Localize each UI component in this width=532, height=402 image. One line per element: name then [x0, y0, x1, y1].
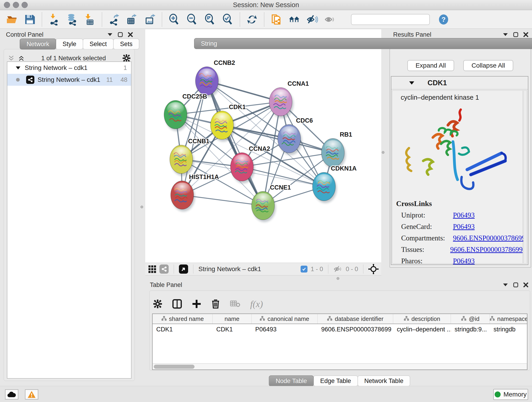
network-node-CCNB2[interactable]: CCNB2 [196, 59, 235, 97]
close-panel-icon[interactable] [523, 282, 528, 287]
tab-select[interactable]: Select [83, 38, 114, 50]
crosslink-link[interactable]: 9606.ENSP00000378699 [453, 234, 525, 242]
apply-layout-icon[interactable] [246, 13, 258, 26]
hidden-items-icon [333, 265, 342, 273]
gear-icon[interactable] [122, 54, 131, 62]
network-node-RB1[interactable]: RB1 [322, 131, 352, 169]
network-node-CDKN1A[interactable]: CDKN1A [312, 165, 357, 203]
clone-network-icon[interactable] [270, 13, 282, 26]
network-node-CDC6[interactable]: CDC6 [278, 117, 313, 155]
crosslink-row: GeneCard:P06493 [401, 223, 523, 231]
cell: CDK1 [213, 324, 252, 335]
close-panel-icon[interactable] [128, 32, 133, 37]
network-tree-row[interactable]: String Network – cdk11 [7, 62, 131, 74]
show-all-icon[interactable] [324, 13, 336, 26]
float-panel-icon[interactable] [513, 282, 518, 287]
table-options-gear-icon[interactable] [153, 299, 162, 308]
crosslinks-title: CrossLinks [396, 199, 523, 208]
expander-icon[interactable] [16, 66, 21, 70]
string-network-badge-icon[interactable] [159, 264, 169, 274]
network-edge-CDK1-RB1[interactable] [222, 125, 333, 153]
column-header--id[interactable]: @id [451, 314, 490, 324]
right-splitter-handle[interactable] [382, 151, 385, 154]
delete-column-icon[interactable] [211, 299, 220, 309]
tab-node-table[interactable]: Node Table [269, 375, 314, 386]
open-session-icon[interactable] [6, 13, 18, 26]
search-input[interactable] [354, 16, 431, 23]
column-header-description[interactable]: description [393, 314, 451, 324]
table-row[interactable]: CDK1CDK1P064939606.ENSP00000378699cyclin… [152, 324, 527, 335]
column-label: database identifier [335, 315, 383, 322]
column-header-namespace[interactable]: namespace [490, 314, 527, 324]
crosslink-link[interactable]: 9606.ENSP00000378699 [450, 245, 523, 254]
cloud-status-button[interactable] [5, 389, 18, 400]
cell: 9606.ENSP00000378699 [317, 324, 393, 335]
minimize-window-button[interactable] [13, 2, 19, 8]
column-header-shared-name[interactable]: shared name [152, 314, 213, 324]
results-entry-header[interactable]: CDK1 [391, 77, 528, 89]
export-image-icon[interactable] [144, 13, 156, 26]
panel-menu-icon[interactable] [503, 33, 508, 36]
tab-edge-table[interactable]: Edge Table [313, 375, 358, 386]
memory-button[interactable]: Memory [493, 389, 528, 400]
network-tree: String Network – cdk11String Network – c… [7, 61, 132, 379]
bottom-splitter-handle[interactable] [336, 277, 339, 280]
help-icon[interactable]: ? [438, 13, 450, 26]
table-hscrollbar-thumb[interactable] [154, 365, 195, 369]
expand-all-button[interactable]: Expand All [407, 60, 454, 71]
warning-status-button[interactable] [25, 389, 38, 400]
show-columns-icon[interactable] [172, 299, 182, 309]
zoom-window-button[interactable] [22, 2, 28, 8]
network-node-CCNA2[interactable]: CCNA2 [230, 145, 270, 183]
crosslink-link[interactable]: P06493 [453, 257, 475, 265]
crosslink-link[interactable]: P06493 [453, 223, 475, 231]
expand-all-icon[interactable] [18, 55, 25, 61]
zoom-in-icon[interactable] [168, 13, 180, 26]
collapse-all-button[interactable]: Collapse All [463, 60, 513, 71]
tab-sets[interactable]: Sets [113, 38, 139, 50]
left-splitter-handle[interactable] [140, 206, 143, 208]
first-neighbors-icon[interactable] [288, 13, 300, 26]
hide-selected-icon[interactable] [306, 13, 318, 26]
grid-view-icon[interactable] [148, 265, 156, 273]
network-node-CDC25B[interactable]: CDC25B [164, 93, 207, 131]
column-header-database-identifier[interactable]: database identifier [317, 314, 393, 324]
navigator-icon[interactable] [368, 264, 379, 274]
zoom-selected-icon[interactable] [222, 13, 234, 26]
toolbar-search [351, 14, 430, 25]
column-header-name[interactable]: name [213, 314, 252, 324]
close-window-button[interactable] [4, 2, 10, 8]
crosslink-link[interactable]: P06493 [453, 211, 475, 219]
tab-string-results[interactable]: String [194, 38, 532, 49]
collapse-entry-icon[interactable] [409, 81, 415, 85]
column-header-canonical-name[interactable]: canonical name [252, 314, 317, 324]
collapse-all-icon[interactable] [8, 55, 15, 61]
network-tree-row[interactable]: String Network – cdk11148 [7, 74, 131, 86]
network-node-CCNA1[interactable]: CCNA1 [269, 80, 309, 118]
zoom-fit-icon[interactable] [204, 13, 216, 26]
detach-view-icon[interactable] [179, 264, 188, 274]
float-panel-icon[interactable] [118, 32, 123, 37]
tab-style[interactable]: Style [56, 38, 83, 50]
tab-network-table[interactable]: Network Table [357, 375, 410, 386]
create-column-icon[interactable] [192, 299, 201, 308]
selected-nodes-checkbox[interactable] [301, 266, 307, 273]
network-node-CCNE1[interactable]: CCNE1 [252, 184, 291, 222]
network-node-HIST1H1A[interactable]: HIST1H1A [171, 173, 219, 211]
tab-network[interactable]: Network [20, 38, 56, 50]
close-panel-icon[interactable] [523, 32, 528, 37]
results-scrollbar[interactable] [523, 90, 527, 264]
panel-menu-icon[interactable] [503, 283, 508, 287]
export-network-icon[interactable] [108, 13, 120, 26]
zoom-out-icon[interactable] [186, 13, 198, 26]
export-table-icon[interactable] [126, 13, 138, 26]
float-panel-icon[interactable] [513, 32, 518, 37]
network-canvas[interactable]: CCNB2CCNA1CDC25BCDK1CDC6RB1CCNB1CCNA2CDK… [145, 29, 381, 263]
crosslink-row: Tissues:9606.ENSP00000378699 [401, 245, 523, 254]
import-network-from-database-icon[interactable] [66, 13, 78, 26]
save-session-icon[interactable] [24, 13, 36, 26]
panel-menu-icon[interactable] [107, 33, 113, 36]
table-toolbar: f(x) [153, 297, 382, 311]
import-network-from-file-icon[interactable] [48, 13, 60, 26]
import-table-from-file-icon[interactable] [84, 13, 96, 26]
